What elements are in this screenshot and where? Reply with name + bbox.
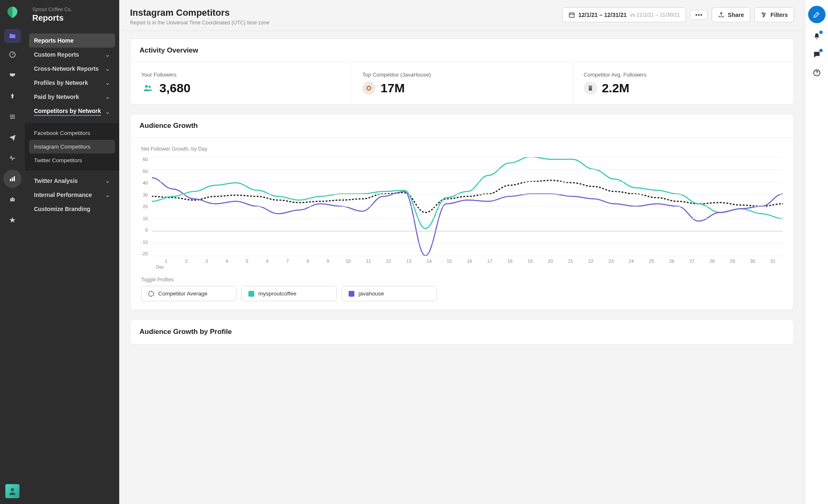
growth-title: Audience Growth <box>130 114 794 138</box>
audience-growth-profile-card: Audience Growth by Profile <box>130 319 794 345</box>
stat-top-competitor: Top Competitor (JavaHouse) 17M <box>351 62 573 104</box>
nav-reports-home[interactable]: Reports Home <box>29 34 115 48</box>
svg-rect-7 <box>12 197 13 198</box>
rail-pin-icon[interactable] <box>3 87 22 105</box>
compose-button[interactable] <box>808 6 826 23</box>
svg-point-8 <box>11 488 14 491</box>
rail-list-icon[interactable] <box>3 108 22 126</box>
notifications-icon[interactable] <box>812 31 822 41</box>
toggle-competitor-average[interactable]: Competitor Average <box>141 286 236 301</box>
nav-profiles-network[interactable]: Profiles by Network⌄ <box>29 76 115 90</box>
stat-competitor-avg: Competitor Avg. Followers 2.2M <box>573 62 794 104</box>
chevron-down-icon: ⌄ <box>105 51 110 58</box>
svg-point-13 <box>762 13 763 14</box>
chart-plot <box>152 157 783 256</box>
svg-rect-20 <box>589 86 592 91</box>
audience-growth-card: Audience Growth Net Follower Growth, by … <box>130 114 794 310</box>
chart-y-axis: 6050403020100-10-20 <box>141 157 152 256</box>
overview-title: Activity Overview <box>130 39 794 62</box>
ellipsis-icon <box>696 14 702 16</box>
chevron-down-icon: ⌄ <box>105 178 110 184</box>
svg-rect-24 <box>590 88 591 89</box>
toggle-profiles-label: Toggle Profiles <box>141 277 783 283</box>
svg-rect-22 <box>590 86 591 87</box>
svg-rect-3 <box>14 176 15 181</box>
group-icon <box>141 82 154 95</box>
sidebar: Sprout Coffee Co. Reports Reports Home C… <box>25 0 119 504</box>
rail-star-icon[interactable] <box>3 211 22 229</box>
nav-twitter-analysis[interactable]: Twitter Analysis⌄ <box>29 174 115 188</box>
svg-rect-1 <box>10 179 11 181</box>
svg-point-12 <box>700 14 702 16</box>
date-range-label: 12/1/21 – 12/31/21 <box>578 12 627 18</box>
nav-customize-branding[interactable]: Customize Branding <box>29 202 115 216</box>
notification-dot <box>819 49 823 52</box>
chevron-down-icon: ⌄ <box>105 94 110 100</box>
svg-rect-21 <box>589 86 590 87</box>
calendar-icon <box>568 12 575 18</box>
rail-reports-icon[interactable] <box>3 170 22 188</box>
toggle-javahouse[interactable]: javahouse <box>342 286 437 301</box>
chevron-down-icon: ⌄ <box>105 79 110 86</box>
svg-point-11 <box>698 14 700 16</box>
nav-custom-reports[interactable]: Custom Reports⌄ <box>29 48 115 62</box>
rail-send-icon[interactable] <box>3 128 22 146</box>
svg-point-26 <box>816 74 817 75</box>
chevron-down-icon: ⌄ <box>105 108 110 115</box>
purple-swatch-icon <box>349 291 354 297</box>
activity-overview-card: Activity Overview Your Followers 3,680 T… <box>130 38 794 105</box>
share-icon <box>718 12 724 18</box>
subnav-facebook-competitors[interactable]: Facebook Competitors <box>29 126 115 140</box>
nav-cross-network[interactable]: Cross-Network Reports⌄ <box>29 62 115 76</box>
rail-bot-icon[interactable] <box>3 190 22 209</box>
dashed-swatch-icon <box>148 291 154 297</box>
nav-internal-performance[interactable]: Internal Performance⌄ <box>29 188 115 202</box>
date-range-button[interactable]: 12/1/21 – 12/31/21 vs 11/1/21 – 11/30/21 <box>562 7 686 22</box>
page-title: Instagram Competitors <box>130 7 270 18</box>
filters-button[interactable]: Filters <box>754 7 794 22</box>
svg-rect-4 <box>10 198 15 202</box>
compose-icon <box>813 10 821 19</box>
rail-pulse-icon[interactable] <box>3 149 22 167</box>
svg-point-5 <box>11 199 12 200</box>
subnav-instagram-competitors[interactable]: Instagram Competitors <box>29 140 115 154</box>
stat-your-followers: Your Followers 3,680 <box>130 62 351 104</box>
messages-icon[interactable] <box>812 50 822 60</box>
svg-rect-23 <box>589 88 590 89</box>
right-rail <box>805 0 828 504</box>
filter-icon <box>761 12 767 18</box>
share-button[interactable]: Share <box>712 7 750 22</box>
svg-point-15 <box>763 16 764 17</box>
growth-profile-title: Audience Growth by Profile <box>130 319 794 344</box>
more-options-button[interactable] <box>690 10 708 20</box>
user-avatar[interactable] <box>5 484 19 498</box>
toggle-mysproutcoffee[interactable]: mysproutcoffee <box>241 286 337 301</box>
nav-paid-network[interactable]: Paid by Network⌄ <box>29 90 115 104</box>
chart-subtitle: Net Follower Growth, by Day <box>141 146 783 152</box>
company-name: Sprout Coffee Co. <box>32 7 112 12</box>
nav-competitors-network[interactable]: Competitors by Network⌄ <box>29 104 115 120</box>
chevron-down-icon: ⌄ <box>105 65 110 72</box>
section-title: Reports <box>32 13 112 23</box>
chevron-down-icon: ⌄ <box>105 192 110 198</box>
rail-folder-icon[interactable] <box>4 29 21 43</box>
main-content: Instagram Competitors Report is in the U… <box>119 0 805 504</box>
svg-rect-2 <box>12 178 13 181</box>
sprout-logo <box>6 6 19 19</box>
topbar: Instagram Competitors Report is in the U… <box>119 0 805 31</box>
svg-rect-9 <box>569 13 574 17</box>
icon-rail <box>0 0 25 504</box>
building-icon <box>584 82 597 95</box>
help-icon[interactable] <box>812 68 822 78</box>
teal-swatch-icon <box>248 291 254 297</box>
page-subtitle: Report is in the Universal Time Coordina… <box>130 20 270 26</box>
notification-dot <box>819 31 823 34</box>
svg-point-10 <box>696 14 697 16</box>
chart-x-axis: 1234567891011121314151617181920212223242… <box>156 259 783 264</box>
svg-point-14 <box>764 14 765 16</box>
rail-dashboard-icon[interactable] <box>3 46 22 64</box>
compare-range-label: vs 11/1/21 – 11/30/21 <box>630 12 680 18</box>
subnav-twitter-competitors[interactable]: Twitter Competitors <box>29 154 115 167</box>
svg-point-17 <box>149 86 151 88</box>
rail-inbox-icon[interactable] <box>3 66 22 84</box>
